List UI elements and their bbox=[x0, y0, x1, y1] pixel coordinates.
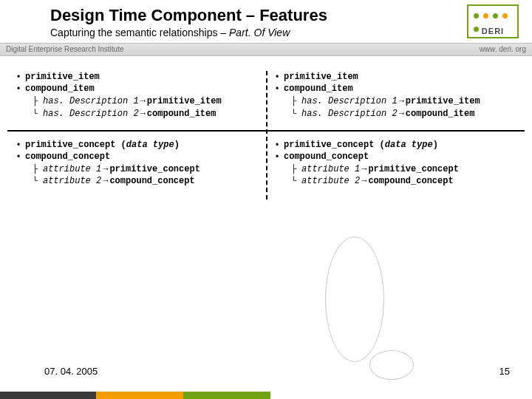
attr-rhs: primitive_concept bbox=[368, 163, 458, 175]
tree-branch-icon: ├ bbox=[33, 163, 43, 175]
item-primitive: primitive_item bbox=[284, 71, 358, 83]
decorative-ellipse bbox=[325, 236, 384, 362]
bullet-icon: • bbox=[12, 71, 25, 83]
bullet-icon: • bbox=[12, 139, 25, 151]
attr-rhs: primitive_concept bbox=[109, 163, 200, 175]
bullet-icon: • bbox=[270, 83, 284, 95]
block-bottom-left: •primitive_concept (data type) •compound… bbox=[7, 139, 266, 192]
attr-lhs: attribute 2 bbox=[301, 175, 360, 187]
arrow-icon: → bbox=[101, 175, 109, 187]
desc-lhs: has. Description 1 bbox=[43, 95, 139, 107]
arrow-icon: → bbox=[360, 163, 368, 175]
arrow-icon: → bbox=[398, 108, 406, 120]
subtitle-italic: Part. Of View bbox=[229, 27, 290, 38]
institute-name: Digital Enterprise Research Institute bbox=[6, 45, 124, 53]
attr-lhs: attribute 1 bbox=[43, 163, 101, 175]
slide-subtitle: Capturing the semantic relationships – P… bbox=[0, 27, 532, 38]
desc-lhs: has. Description 2 bbox=[301, 108, 398, 120]
deri-logo: DERI bbox=[467, 4, 519, 38]
text: ) bbox=[174, 140, 180, 150]
arrow-icon: → bbox=[139, 108, 147, 120]
data-type: data type bbox=[126, 140, 174, 150]
tree-branch-icon: └ bbox=[33, 175, 43, 187]
slide-title: Design Time Component – Features bbox=[0, 6, 532, 25]
tree-branch-icon: ├ bbox=[33, 95, 43, 107]
footer-date: 07. 04. 2005 bbox=[44, 366, 98, 377]
attr-lhs: attribute 2 bbox=[43, 175, 101, 187]
desc-rhs: primitive_item bbox=[147, 95, 222, 107]
tree-branch-icon: └ bbox=[291, 108, 301, 120]
arrow-icon: → bbox=[139, 95, 147, 107]
bullet-icon: • bbox=[12, 83, 25, 95]
tree-branch-icon: ├ bbox=[291, 95, 301, 107]
footer-page-number: 15 bbox=[499, 366, 510, 377]
text: primitive_concept ( bbox=[25, 140, 126, 150]
bullet-icon: • bbox=[270, 151, 284, 163]
item-primitive: primitive_item bbox=[25, 71, 100, 83]
footer-stripe bbox=[0, 392, 532, 399]
concept-compound: compound_concept bbox=[25, 151, 110, 163]
text: ) bbox=[433, 140, 438, 150]
data-type: data type bbox=[385, 140, 433, 150]
attr-rhs: compound_concept bbox=[109, 175, 194, 187]
tree-branch-icon: └ bbox=[33, 108, 43, 120]
site-url: www. deri. org bbox=[480, 45, 526, 53]
block-top-left: •primitive_item •compound_item ├has. Des… bbox=[7, 71, 266, 124]
attr-rhs: compound_concept bbox=[368, 175, 453, 187]
arrow-icon: → bbox=[101, 163, 109, 175]
desc-lhs: has. Description 1 bbox=[301, 95, 398, 107]
concept-compound: compound_concept bbox=[284, 151, 369, 163]
item-compound: compound_item bbox=[284, 83, 353, 95]
vertical-divider-dashed bbox=[266, 71, 267, 200]
tree-branch-icon: └ bbox=[291, 175, 301, 187]
arrow-icon: → bbox=[398, 95, 406, 107]
subtitle-plain: Capturing the semantic relationships – bbox=[50, 27, 229, 38]
concept-primitive: primitive_concept (data type) bbox=[25, 139, 180, 151]
sub-bar: Digital Enterprise Research Institute ww… bbox=[0, 43, 532, 56]
tree-branch-icon: ├ bbox=[291, 163, 301, 175]
logo-text: DERI bbox=[468, 27, 517, 35]
block-top-right: •primitive_item •compound_item ├has. Des… bbox=[266, 71, 525, 124]
arrow-icon: → bbox=[360, 175, 368, 187]
desc-lhs: has. Description 2 bbox=[43, 108, 139, 120]
concept-primitive: primitive_concept (data type) bbox=[284, 139, 438, 151]
attr-lhs: attribute 1 bbox=[301, 163, 360, 175]
bullet-icon: • bbox=[12, 151, 25, 163]
block-bottom-right: •primitive_concept (data type) •compound… bbox=[266, 139, 525, 192]
text: primitive_concept ( bbox=[284, 140, 385, 150]
desc-rhs: compound_item bbox=[147, 108, 216, 120]
bullet-icon: • bbox=[270, 71, 284, 83]
item-compound: compound_item bbox=[25, 83, 95, 95]
slide-footer: 07. 04. 2005 15 bbox=[0, 358, 532, 399]
bullet-icon: • bbox=[270, 139, 284, 151]
desc-rhs: primitive_item bbox=[406, 95, 480, 107]
desc-rhs: compound_item bbox=[406, 108, 475, 120]
